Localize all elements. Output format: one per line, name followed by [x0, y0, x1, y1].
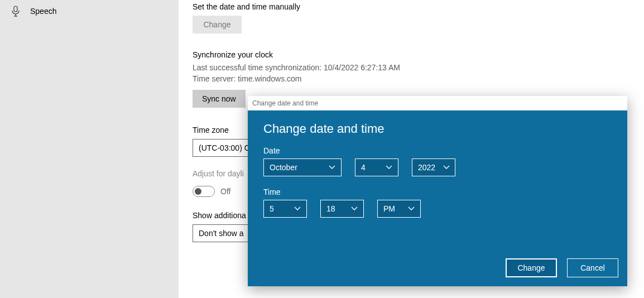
- settings-sidebar: Speech: [0, 0, 179, 298]
- month-value: October: [270, 163, 297, 172]
- chevron-down-icon: [408, 206, 415, 211]
- manual-heading: Set the date and time manually: [193, 2, 633, 11]
- ampm-value: PM: [383, 204, 395, 213]
- change-date-time-dialog: Change date and time Change date and tim…: [248, 96, 627, 286]
- daylight-toggle[interactable]: Off: [193, 186, 230, 197]
- dialog-body: Change date and time Date October 4 2022: [248, 110, 627, 286]
- time-row: 5 18 PM: [263, 200, 612, 218]
- dialog-title: Change date and time: [252, 99, 318, 107]
- additional-value: Don't show a: [199, 229, 244, 238]
- toggle-track: [193, 186, 215, 197]
- chevron-down-icon: [329, 165, 335, 170]
- sidebar-item-label: Speech: [30, 7, 56, 16]
- day-dropdown[interactable]: 4: [355, 158, 398, 176]
- dialog-titlebar[interactable]: Change date and time: [248, 96, 627, 110]
- month-dropdown[interactable]: October: [263, 158, 342, 176]
- year-dropdown[interactable]: 2022: [412, 158, 455, 176]
- dialog-change-label: Change: [517, 263, 545, 272]
- sync-heading: Synchronize your clock: [193, 50, 633, 59]
- dialog-change-button[interactable]: Change: [506, 258, 557, 277]
- dialog-heading: Change date and time: [263, 122, 612, 136]
- hour-dropdown[interactable]: 5: [263, 200, 307, 218]
- sidebar-item-speech[interactable]: Speech: [0, 0, 179, 22]
- chevron-down-icon: [294, 206, 301, 211]
- sync-last: Last successful time synchronization: 10…: [193, 63, 633, 74]
- timezone-value: (UTC-03:00) C: [199, 143, 250, 152]
- year-value: 2022: [418, 163, 435, 172]
- sync-server: Time server: time.windows.com: [193, 74, 633, 85]
- sync-now-label: Sync now: [202, 94, 236, 103]
- change-button[interactable]: Change: [193, 16, 242, 33]
- chevron-down-icon: [386, 165, 392, 170]
- dialog-cancel-button[interactable]: Cancel: [567, 258, 618, 277]
- minute-dropdown[interactable]: 18: [320, 200, 364, 218]
- dialog-cancel-label: Cancel: [580, 263, 605, 272]
- ampm-dropdown[interactable]: PM: [377, 200, 421, 218]
- chevron-down-icon: [443, 165, 450, 170]
- day-value: 4: [361, 163, 366, 172]
- minute-value: 18: [326, 204, 335, 213]
- change-button-label: Change: [203, 20, 230, 29]
- hour-value: 5: [270, 204, 274, 213]
- microphone-icon: [11, 6, 20, 17]
- time-field-label: Time: [263, 188, 612, 196]
- dialog-actions: Change Cancel: [506, 258, 618, 277]
- toggle-thumb: [195, 188, 201, 195]
- sync-now-button[interactable]: Sync now: [193, 90, 246, 108]
- svg-rect-0: [14, 6, 17, 12]
- toggle-state-label: Off: [220, 187, 230, 196]
- chevron-down-icon: [351, 206, 358, 211]
- date-field-label: Date: [263, 146, 612, 155]
- date-row: October 4 2022: [263, 158, 612, 176]
